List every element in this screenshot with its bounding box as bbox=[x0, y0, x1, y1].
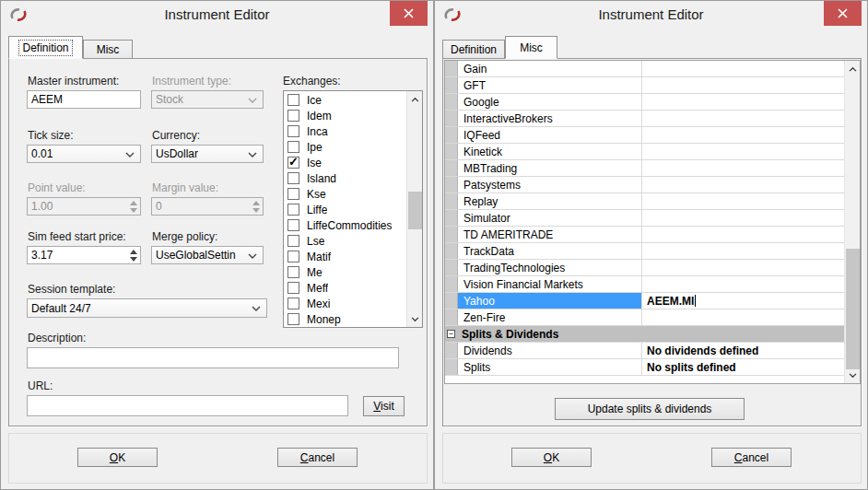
ok-button[interactable]: OK bbox=[77, 448, 158, 467]
exchange-item[interactable]: LiffeCommodities bbox=[284, 217, 406, 233]
checkbox-icon[interactable] bbox=[287, 125, 299, 137]
exchanges-list[interactable]: IceIdemIncaIpeIseIslandKseLiffeLiffeComm… bbox=[283, 90, 423, 328]
grid-row[interactable]: IQFeed bbox=[445, 127, 844, 144]
merge-policy-dropdown[interactable]: UseGlobalSettin bbox=[151, 246, 264, 264]
grid-row[interactable]: InteractiveBrokers bbox=[445, 111, 844, 127]
provider-value-cell[interactable] bbox=[641, 210, 844, 226]
checkbox-icon[interactable] bbox=[287, 266, 299, 278]
provider-value-cell[interactable]: AEEM.MI bbox=[641, 293, 844, 309]
provider-value-cell[interactable] bbox=[641, 77, 844, 93]
scroll-down-icon[interactable] bbox=[407, 311, 423, 327]
checkbox-icon[interactable] bbox=[287, 172, 299, 184]
provider-value-cell[interactable] bbox=[641, 94, 844, 110]
titlebar[interactable]: Instrument Editor bbox=[1, 1, 433, 29]
grid-row[interactable]: Simulator bbox=[445, 210, 844, 227]
grid-group-row[interactable]: −Splits & Dividends bbox=[445, 326, 844, 343]
grid-row[interactable]: GFT bbox=[445, 77, 844, 94]
scroll-down-icon[interactable] bbox=[845, 368, 861, 383]
grid-row[interactable]: Patsystems bbox=[445, 177, 844, 193]
checkbox-icon[interactable] bbox=[287, 188, 299, 200]
provider-name-cell[interactable]: Vision Financial Markets bbox=[458, 276, 641, 292]
provider-name-cell[interactable]: MBTrading bbox=[458, 160, 641, 176]
provider-name-cell[interactable]: TrackData bbox=[458, 243, 641, 259]
exchange-item[interactable]: Ise bbox=[284, 155, 406, 170]
provider-value-cell[interactable] bbox=[641, 160, 844, 176]
spin-down-icon[interactable] bbox=[130, 257, 137, 262]
titlebar[interactable]: Instrument Editor bbox=[435, 1, 867, 29]
close-button[interactable] bbox=[390, 1, 428, 26]
provider-value-cell[interactable] bbox=[641, 243, 844, 259]
grid-row[interactable]: SplitsNo splits defined bbox=[445, 359, 844, 376]
cancel-button[interactable]: Cancel bbox=[711, 448, 792, 467]
checkbox-icon[interactable] bbox=[287, 251, 299, 262]
exchange-item[interactable]: Matif bbox=[284, 249, 406, 264]
checkbox-icon[interactable] bbox=[287, 298, 299, 309]
provider-name-cell[interactable]: TD AMERITRADE bbox=[458, 227, 641, 242]
scrollbar-thumb[interactable] bbox=[408, 192, 422, 229]
scroll-up-icon[interactable] bbox=[407, 91, 423, 107]
provider-name-cell[interactable]: Google bbox=[458, 94, 641, 110]
exchange-item[interactable]: Lse bbox=[284, 233, 406, 249]
exchange-item[interactable]: Mexi bbox=[284, 296, 406, 311]
exchange-item[interactable]: Inca bbox=[284, 123, 406, 139]
checkbox-icon[interactable] bbox=[287, 94, 299, 106]
grid-row[interactable]: Google bbox=[445, 94, 844, 111]
provider-value-cell[interactable] bbox=[641, 177, 844, 192]
symbol-mapping-grid[interactable]: GainGFTGoogleInteractiveBrokersIQFeedKin… bbox=[444, 60, 861, 384]
grid-row[interactable]: TrackData bbox=[445, 243, 844, 260]
checkbox-icon[interactable] bbox=[287, 204, 299, 216]
sim-feed-start-price-spinner[interactable]: 3.17 bbox=[27, 246, 141, 264]
exchange-item[interactable]: Meff bbox=[284, 280, 406, 296]
exchange-item[interactable]: Ice bbox=[284, 92, 406, 108]
provider-name-cell[interactable]: Patsystems bbox=[458, 177, 641, 192]
grid-row[interactable]: Vision Financial Markets bbox=[445, 276, 844, 293]
provider-value-cell[interactable] bbox=[641, 276, 844, 292]
provider-name-cell[interactable]: TradingTechnologies bbox=[458, 260, 641, 275]
tick-size-dropdown[interactable]: 0.01 bbox=[27, 145, 141, 163]
exchange-item[interactable]: Ipe bbox=[284, 139, 406, 155]
grid-row[interactable]: Kinetick bbox=[445, 144, 844, 160]
exchange-item[interactable]: Monep bbox=[284, 311, 406, 327]
checkbox-icon[interactable] bbox=[287, 235, 299, 247]
provider-name-cell[interactable]: IQFeed bbox=[458, 127, 641, 143]
provider-value-cell[interactable] bbox=[641, 309, 844, 325]
provider-value-cell[interactable] bbox=[641, 227, 844, 242]
provider-value-cell[interactable]: No dividends defined bbox=[641, 343, 844, 358]
grid-row[interactable]: Gain bbox=[445, 61, 844, 77]
provider-name-cell[interactable]: Zen-Fire bbox=[458, 309, 641, 325]
provider-name-cell[interactable]: InteractiveBrokers bbox=[458, 111, 641, 126]
grid-row[interactable]: TradingTechnologies bbox=[445, 260, 844, 276]
provider-name-cell[interactable]: Simulator bbox=[458, 210, 641, 226]
checkbox-icon[interactable] bbox=[287, 141, 299, 153]
master-instrument-input[interactable] bbox=[27, 90, 141, 109]
close-button[interactable] bbox=[824, 1, 862, 26]
provider-name-cell[interactable]: Gain bbox=[458, 61, 641, 76]
tab-misc[interactable]: Misc bbox=[83, 40, 133, 59]
currency-dropdown[interactable]: UsDollar bbox=[151, 145, 264, 163]
provider-name-cell[interactable]: Replay bbox=[458, 193, 641, 209]
ok-button[interactable]: OK bbox=[511, 448, 592, 467]
checkbox-icon[interactable] bbox=[287, 313, 299, 325]
provider-value-cell[interactable] bbox=[641, 111, 844, 126]
scrollbar-thumb[interactable] bbox=[846, 249, 860, 369]
grid-row[interactable]: DividendsNo dividends defined bbox=[445, 343, 844, 359]
provider-name-cell[interactable]: Dividends bbox=[458, 343, 641, 358]
exchange-item[interactable]: Kse bbox=[284, 186, 406, 202]
spin-up-icon[interactable] bbox=[130, 250, 137, 254]
checkbox-icon[interactable] bbox=[287, 219, 299, 231]
cancel-button[interactable]: Cancel bbox=[277, 448, 358, 467]
provider-value-cell[interactable]: No splits defined bbox=[641, 359, 844, 375]
update-splits-dividends-button[interactable]: Update splits & dividends bbox=[555, 398, 745, 420]
collapse-icon[interactable]: − bbox=[445, 326, 458, 342]
checkbox-icon[interactable] bbox=[287, 110, 299, 122]
provider-value-cell[interactable] bbox=[641, 193, 844, 209]
exchanges-scrollbar[interactable] bbox=[406, 91, 422, 327]
provider-value-cell[interactable] bbox=[641, 127, 844, 143]
tab-misc[interactable]: Misc bbox=[505, 36, 557, 59]
checkbox-icon[interactable] bbox=[287, 282, 299, 294]
exchange-item[interactable]: Me bbox=[284, 264, 406, 280]
grid-row[interactable]: MBTrading bbox=[445, 160, 844, 177]
description-input[interactable] bbox=[27, 347, 399, 368]
url-input[interactable] bbox=[27, 395, 348, 416]
scroll-up-icon[interactable] bbox=[845, 61, 861, 76]
